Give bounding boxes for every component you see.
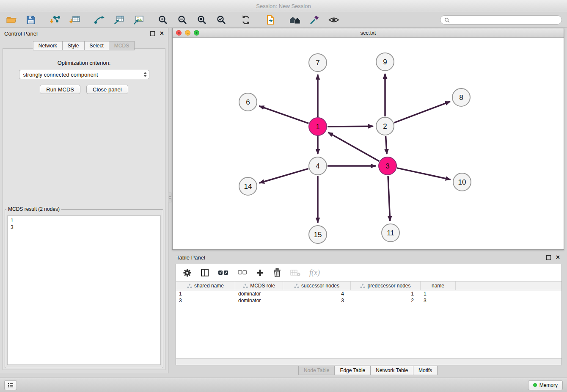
- search-input[interactable]: [452, 17, 558, 24]
- column-header-shared-name[interactable]: shared name: [176, 282, 235, 290]
- search-field[interactable]: [440, 15, 562, 25]
- graph-node-15[interactable]: 15: [309, 226, 327, 243]
- zoom-selected-button[interactable]: [215, 14, 228, 26]
- memory-label: Memory: [539, 382, 558, 388]
- export-image-button[interactable]: [132, 14, 145, 26]
- svg-text:8: 8: [459, 94, 463, 102]
- graph-node-9[interactable]: 9: [376, 53, 394, 71]
- zoom-in-button[interactable]: [157, 14, 169, 26]
- home-icon: [289, 15, 301, 25]
- control-panel-header: Control Panel ×: [0, 28, 168, 39]
- close-panel-button[interactable]: Close panel: [86, 85, 128, 94]
- home-button[interactable]: [289, 14, 301, 26]
- graph-edge-2-8[interactable]: [394, 102, 450, 123]
- graph-node-8[interactable]: 8: [452, 88, 470, 106]
- run-mcds-button[interactable]: Run MCDS: [40, 85, 80, 94]
- show-columns-button[interactable]: [201, 268, 209, 277]
- column-header-predecessor-nodes[interactable]: predecessor nodes: [351, 282, 421, 290]
- save-icon: [26, 15, 36, 25]
- network-canvas[interactable]: 7968124314101511: [173, 38, 564, 249]
- column-header-mcds-role[interactable]: MCDS role: [235, 282, 283, 290]
- add-column-button[interactable]: [256, 269, 264, 277]
- network-view-window: scc.txt 7968124314101511: [172, 28, 564, 250]
- graph-edge-1-2[interactable]: [328, 126, 373, 127]
- apply-style-button[interactable]: [308, 14, 321, 26]
- graph-edge-3-1[interactable]: [328, 133, 379, 161]
- memory-status-icon: [533, 383, 537, 387]
- network-window-titlebar[interactable]: scc.txt: [173, 28, 564, 38]
- sort-icon: [360, 284, 365, 288]
- mcds-panel-body: Optimization criterion: strongly connect…: [3, 48, 165, 370]
- minimize-traffic-light-icon[interactable]: [185, 30, 190, 36]
- zoom-fit-button[interactable]: [195, 14, 208, 26]
- select-all-button[interactable]: [218, 269, 229, 276]
- graph-node-10[interactable]: 10: [453, 173, 471, 191]
- tab-motifs[interactable]: Motifs: [413, 366, 438, 375]
- svg-text:2: 2: [383, 122, 387, 130]
- select-stepper-icon: [143, 72, 147, 77]
- refresh-button[interactable]: [239, 14, 252, 26]
- task-history-button[interactable]: [4, 380, 17, 390]
- deselect-all-button[interactable]: [238, 269, 247, 276]
- graph-edge-2-3[interactable]: [386, 136, 387, 154]
- delete-table-button-disabled: [290, 269, 300, 276]
- graph-edge-4-14[interactable]: [259, 168, 308, 183]
- maximize-traffic-light-icon[interactable]: [194, 30, 199, 36]
- graph-node-11[interactable]: 11: [382, 224, 399, 242]
- unchecked-boxes-icon: [238, 269, 247, 276]
- table-horizontal-scrollbar[interactable]: [176, 358, 561, 365]
- memory-button[interactable]: Memory: [528, 380, 563, 390]
- graph-node-7[interactable]: 7: [309, 54, 327, 72]
- graph-node-14[interactable]: 14: [239, 177, 257, 195]
- show-hide-button[interactable]: [328, 14, 340, 26]
- tab-node-table[interactable]: Node Table: [298, 366, 335, 375]
- copy-view-button[interactable]: [264, 14, 277, 26]
- float-table-panel-icon[interactable]: [546, 255, 551, 260]
- delete-column-button[interactable]: [273, 268, 281, 277]
- result-line: 3: [11, 224, 157, 231]
- close-table-panel-icon[interactable]: ×: [556, 254, 560, 261]
- new-network-button[interactable]: [93, 14, 106, 26]
- control-panel: Control Panel × Network Style Select MCD…: [0, 28, 168, 373]
- import-table-button[interactable]: [69, 14, 81, 26]
- tab-network[interactable]: Network: [33, 41, 63, 50]
- svg-text:14: 14: [244, 182, 252, 190]
- tab-edge-table[interactable]: Edge Table: [334, 366, 371, 375]
- import-table-icon: [69, 15, 80, 25]
- float-panel-icon[interactable]: [150, 31, 155, 36]
- column-header-name[interactable]: name: [421, 282, 456, 290]
- close-traffic-light-icon[interactable]: [176, 30, 182, 36]
- network-graph: 7968124314101511: [173, 38, 564, 249]
- panel-splitter-handle[interactable]: [169, 193, 172, 204]
- graph-node-2[interactable]: 2: [376, 117, 394, 135]
- close-panel-icon[interactable]: ×: [160, 30, 164, 37]
- tab-style[interactable]: Style: [62, 41, 85, 50]
- open-session-button[interactable]: [5, 14, 18, 26]
- table-row-2[interactable]: 3 dominator 3 2 3: [176, 297, 561, 304]
- svg-text:7: 7: [316, 59, 319, 67]
- table-row-1[interactable]: 1 dominator 4 1 1: [176, 290, 561, 297]
- graph-edge-3-11[interactable]: [388, 176, 390, 221]
- checked-boxes-icon: [218, 269, 229, 276]
- graph-node-3[interactable]: 3: [379, 157, 396, 175]
- graph-edge-3-10[interactable]: [397, 168, 451, 179]
- zoom-out-button[interactable]: [176, 14, 189, 26]
- tab-network-table[interactable]: Network Table: [370, 366, 413, 375]
- svg-text:11: 11: [387, 229, 394, 237]
- column-header-successor-nodes[interactable]: successor nodes: [283, 282, 351, 290]
- graph-node-1[interactable]: 1: [309, 118, 327, 135]
- table-settings-button[interactable]: [183, 268, 192, 277]
- graph-node-6[interactable]: 6: [239, 93, 257, 111]
- tab-select[interactable]: Select: [84, 41, 109, 50]
- svg-text:10: 10: [458, 178, 466, 186]
- criterion-select[interactable]: strongly connected component: [19, 70, 149, 79]
- import-network-button[interactable]: [49, 14, 62, 26]
- tab-mcds[interactable]: MCDS: [109, 41, 135, 50]
- cell-mcds-role: dominator: [235, 291, 283, 297]
- graph-node-4[interactable]: 4: [309, 157, 327, 175]
- svg-text:15: 15: [314, 231, 322, 239]
- new-table-button[interactable]: [113, 14, 125, 26]
- cell-name: 1: [421, 291, 456, 297]
- graph-edge-1-6[interactable]: [259, 106, 308, 123]
- save-session-button[interactable]: [25, 14, 37, 26]
